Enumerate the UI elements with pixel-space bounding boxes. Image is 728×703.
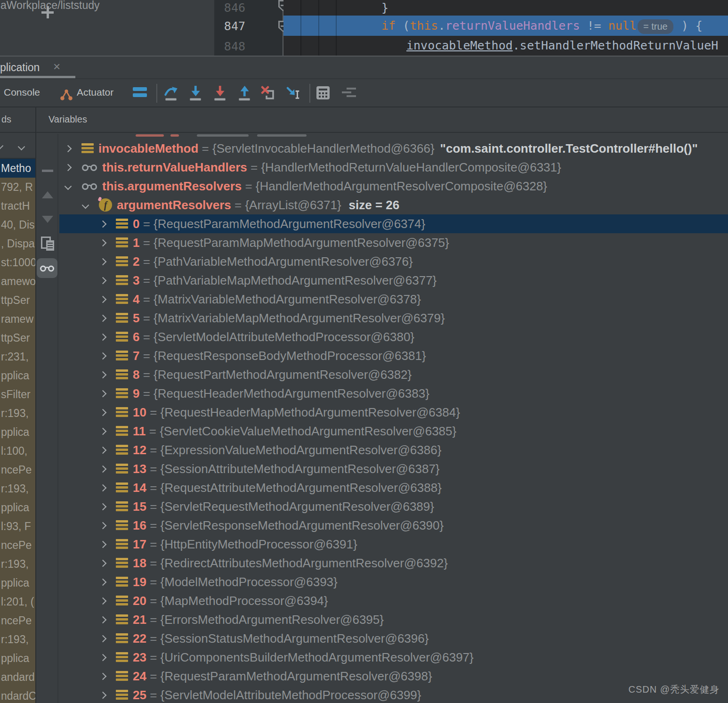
variable-row-invocable-method[interactable]: invocableMethod = {ServletInvocableHandl…	[59, 139, 728, 158]
array-element-row[interactable]: 14 = {RequestAttributeMethodArgumentReso…	[59, 478, 728, 497]
array-element-row[interactable]: 2 = {PathVariableMethodArgumentResolver@…	[59, 252, 728, 271]
chevron-right-icon[interactable]	[99, 465, 107, 473]
chevron-right-icon[interactable]	[99, 314, 107, 322]
frame-row[interactable]: 792, R	[0, 178, 35, 196]
chevron-right-icon[interactable]	[99, 654, 107, 661]
array-element-row[interactable]: 15 = {ServletRequestMethodArgumentResolv…	[59, 497, 728, 516]
frame-row[interactable]: Metho	[0, 159, 35, 178]
remove-watch-button[interactable]	[42, 170, 53, 172]
tab-console[interactable]: Console	[4, 87, 40, 98]
frame-row[interactable]: r:193,	[0, 404, 35, 423]
array-element-row[interactable]: 0 = {RequestParamMethodArgumentResolver@…	[59, 214, 728, 233]
array-element-row[interactable]: 25 = {ServletModelAttributeMethodProcess…	[59, 686, 728, 703]
chevron-right-icon[interactable]	[99, 578, 107, 586]
frame-row[interactable]: pplica	[0, 498, 35, 517]
frame-row[interactable]: l:93, F	[0, 517, 35, 536]
array-element-row[interactable]: 7 = {RequestResponseBodyMethodProcessor@…	[59, 346, 728, 365]
frame-row[interactable]: st:1000	[0, 253, 35, 272]
frame-row[interactable]: r:193,	[0, 555, 35, 573]
code-editor[interactable]: } if (this.returnValueHandlers != null= …	[283, 0, 728, 56]
field-row-argument-resolvers-list[interactable]: f argumentResolvers = {ArrayList@6371}si…	[59, 196, 728, 214]
array-element-row[interactable]: 5 = {MatrixVariableMapMethodArgumentReso…	[59, 309, 728, 327]
chevron-down-icon[interactable]	[65, 182, 72, 190]
tab-actuator[interactable]: Actuator	[77, 87, 113, 98]
move-watch-up-button[interactable]	[42, 191, 53, 198]
frame-row[interactable]: r:231,	[0, 347, 35, 366]
fold-marker-icon[interactable]	[278, 0, 283, 11]
tab-application[interactable]: plication	[0, 61, 40, 74]
frame-row[interactable]: ttpSer	[0, 328, 35, 347]
editor-gutter[interactable]: 846 847 848	[214, 0, 283, 56]
chevron-right-icon[interactable]	[99, 295, 107, 303]
frame-row[interactable]: sFilter	[0, 385, 35, 404]
chevron-right-icon[interactable]	[99, 239, 107, 246]
chevron-down-icon[interactable]	[18, 143, 25, 151]
force-step-into-button[interactable]	[212, 85, 227, 102]
evaluate-expression-button[interactable]	[316, 86, 330, 99]
array-element-row[interactable]: 16 = {ServletResponseMethodArgumentResol…	[59, 516, 728, 535]
frame-row[interactable]: pplica	[0, 366, 35, 385]
chevron-right-icon[interactable]	[99, 352, 107, 360]
frame-row[interactable]: pplica	[0, 423, 35, 441]
frame-row[interactable]: pplica	[0, 573, 35, 592]
watch-row-argument-resolvers[interactable]: this.argumentResolvers = {HandlerMethodA…	[59, 177, 728, 196]
chevron-right-icon[interactable]	[99, 409, 107, 416]
array-element-row[interactable]: 20 = {MapMethodProcessor@6394}	[59, 591, 728, 610]
array-element-row[interactable]: 23 = {UriComponentsBuilderMethodArgument…	[59, 648, 728, 667]
chevron-right-icon[interactable]	[99, 371, 107, 378]
frame-row[interactable]: andard	[0, 668, 35, 687]
chevron-right-icon[interactable]	[99, 540, 107, 548]
show-watches-toggle[interactable]	[37, 258, 57, 278]
chevron-right-icon[interactable]	[99, 220, 107, 228]
chevron-right-icon[interactable]	[99, 672, 107, 680]
chevron-right-icon[interactable]	[99, 616, 107, 623]
duplicate-watch-button[interactable]	[41, 237, 54, 251]
chevron-right-icon[interactable]	[65, 145, 72, 152]
invocable-method-link[interactable]: invocableMethod	[406, 39, 513, 52]
frame-row[interactable]: ncePe	[0, 460, 35, 479]
frame-row[interactable]: 40, Dis	[0, 215, 35, 234]
frame-row[interactable]: ncePe	[0, 536, 35, 555]
drop-frame-button[interactable]	[261, 85, 276, 102]
array-element-row[interactable]: 10 = {RequestHeaderMapMethodArgumentReso…	[59, 403, 728, 422]
chevron-right-icon[interactable]	[99, 484, 107, 491]
chevron-right-icon[interactable]	[99, 503, 107, 510]
step-out-button[interactable]	[237, 85, 252, 102]
step-over-button[interactable]	[163, 85, 178, 102]
chevron-right-icon[interactable]	[99, 258, 107, 265]
array-element-row[interactable]: 4 = {MatrixVariableMethodArgumentResolve…	[59, 290, 728, 309]
array-element-row[interactable]: 21 = {ErrorsMethodArgumentResolver@6395}	[59, 610, 728, 629]
chevron-right-icon[interactable]	[99, 333, 107, 341]
step-into-button[interactable]	[188, 85, 203, 102]
frame-row[interactable]: r:193,	[0, 630, 35, 649]
frame-row[interactable]: pplica	[0, 649, 35, 668]
array-element-row[interactable]: 6 = {ServletModelAttributeMethodProcesso…	[59, 327, 728, 346]
chevron-down-icon[interactable]	[82, 201, 89, 209]
watch-row-return-value-handlers[interactable]: this.returnValueHandlers = {HandlerMetho…	[59, 158, 728, 177]
array-element-row[interactable]: 3 = {PathVariableMapMethodArgumentResolv…	[59, 271, 728, 290]
chevron-right-icon[interactable]	[99, 559, 107, 567]
run-to-cursor-button[interactable]	[286, 85, 301, 102]
array-element-row[interactable]: 13 = {SessionAttributeMethodArgumentReso…	[59, 459, 728, 478]
frame-row[interactable]: r:193,	[0, 479, 35, 498]
array-element-row[interactable]: 8 = {RequestPartMethodArgumentResolver@6…	[59, 365, 728, 384]
array-element-row[interactable]: 12 = {ExpressionValueMethodArgumentResol…	[59, 441, 728, 459]
frame-row[interactable]: ncePe	[0, 611, 35, 630]
show-execution-point-button[interactable]	[133, 85, 148, 102]
array-element-row[interactable]: 17 = {HttpEntityMethodProcessor@6391}	[59, 535, 728, 554]
array-element-row[interactable]: 18 = {RedirectAttributesMethodArgumentRe…	[59, 554, 728, 572]
frame-row[interactable]: tractH	[0, 196, 35, 215]
chevron-right-icon[interactable]	[99, 522, 107, 529]
fold-marker-icon[interactable]	[278, 21, 283, 32]
frame-row[interactable]: ramew	[0, 310, 35, 328]
chevron-right-icon[interactable]	[99, 597, 107, 605]
array-element-row[interactable]: 9 = {RequestHeaderMethodArgumentResolver…	[59, 384, 728, 403]
array-element-row[interactable]: 19 = {ModelMethodProcessor@6393}	[59, 572, 728, 591]
chevron-right-icon[interactable]	[99, 390, 107, 397]
chevron-right-icon[interactable]	[99, 427, 107, 435]
layout-settings-button[interactable]	[342, 88, 356, 99]
chevron-right-icon[interactable]	[99, 691, 107, 699]
array-element-row[interactable]: 11 = {ServletCookieValueMethodArgumentRe…	[59, 422, 728, 441]
array-element-row[interactable]: 1 = {RequestParamMapMethodArgumentResolv…	[59, 233, 728, 252]
add-watch-button[interactable]	[41, 6, 54, 18]
